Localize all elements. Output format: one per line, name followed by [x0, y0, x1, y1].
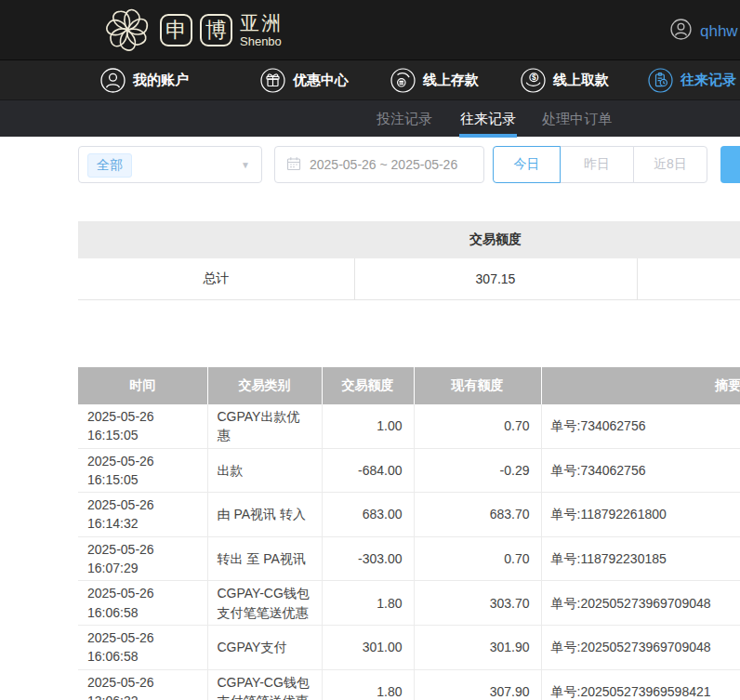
user-circle-icon [100, 68, 126, 93]
cell-type: CGPAY-CG钱包支付笔笔送优惠 [207, 669, 322, 700]
cell-balance: -0.29 [414, 448, 541, 493]
nav-item-transactions[interactable]: 往来记录 [648, 60, 736, 100]
cell-type: 转出 至 PA视讯 [207, 536, 322, 581]
cell-summary: 单号:202505273969709048 [541, 581, 740, 626]
cell-time: 2025-05-26 16:06:58 [78, 581, 207, 626]
col-header-summary: 摘要 [541, 367, 740, 404]
tab-transaction-records[interactable]: 往来记录 [460, 100, 516, 138]
cell-time: 2025-05-26 13:06:32 [78, 669, 207, 700]
table-row: 2025-05-26 16:15:05 出款 -684.00 -0.29 单号:… [78, 448, 740, 493]
cell-time: 2025-05-26 16:07:29 [78, 536, 207, 581]
cell-balance: 301.90 [414, 625, 541, 669]
cell-type: CGPAY-CG钱包支付笔笔送优惠 [207, 581, 322, 626]
transactions-table: 时间 交易类别 交易额度 现有额度 摘要 2025-05-26 16:15:05… [78, 367, 740, 700]
today-button[interactable]: 今日 [493, 146, 561, 183]
cell-summary: 单号:202505273969709048 [541, 625, 740, 669]
withdraw-icon: $ [521, 68, 546, 93]
calendar-icon [286, 156, 301, 174]
chevron-down-icon: ▼ [241, 161, 250, 170]
cell-type: CGPAY支付 [207, 625, 322, 669]
summary-header-amount: 交易额度 [354, 221, 637, 258]
cell-summary: 单号:202505273969598421 [541, 669, 740, 700]
table-row: 2025-05-26 16:15:05 CGPAY出款优惠 1.00 0.70 … [78, 404, 740, 448]
gift-icon [260, 68, 285, 93]
cell-summary: 单号:118792261800 [541, 493, 740, 537]
record-tabs: 投注记录 往来记录 处理中订单 [0, 99, 740, 137]
summary-total-value: 307.15 [354, 258, 637, 299]
table-header-row: 时间 交易类别 交易额度 现有额度 摘要 [78, 367, 740, 404]
col-header-time: 时间 [78, 367, 207, 404]
table-row: 2025-05-26 16:06:58 CGPAY支付 301.00 301.9… [78, 625, 740, 669]
cell-summary: 单号:118792230185 [541, 536, 740, 581]
summary-header-empty [637, 221, 740, 258]
col-header-amount: 交易额度 [322, 367, 414, 404]
last-8-days-button[interactable]: 近8日 [633, 146, 707, 183]
cell-time: 2025-05-26 16:14:32 [78, 493, 207, 537]
tab-pending-orders[interactable]: 处理中订单 [542, 100, 612, 138]
brand-logo[interactable]: 申 博 亚洲 Shenbo [102, 5, 283, 55]
svg-text:$: $ [532, 73, 536, 82]
nav-item-withdraw[interactable]: $ 线上取款 [521, 60, 609, 100]
cell-time: 2025-05-26 16:06:58 [78, 625, 207, 669]
flower-logo-icon [102, 5, 152, 55]
table-row: 2025-05-26 13:06:32 CGPAY-CG钱包支付笔笔送优惠 1.… [78, 669, 740, 700]
main-nav: 我的账户 优惠中心 线上存款 [0, 59, 740, 99]
date-range-input[interactable]: 2025-05-26 ~ 2025-05-26 [274, 146, 484, 183]
table-row: 2025-05-26 16:14:32 由 PA视讯 转入 683.00 683… [78, 493, 740, 537]
cell-amount: 1.00 [322, 404, 414, 448]
username-text[interactable]: qhhw [700, 22, 738, 41]
user-account[interactable]: qhhw [670, 19, 738, 44]
cell-summary: 单号:734062756 [541, 404, 740, 448]
logo-char-1: 申 [160, 14, 192, 46]
cell-amount: -684.00 [322, 448, 414, 493]
nav-label: 我的账户 [133, 72, 189, 89]
summary-empty-cell [637, 258, 740, 299]
selected-type-chip[interactable]: 全部 [87, 153, 132, 178]
cell-type: CGPAY出款优惠 [207, 404, 322, 448]
nav-label: 线上存款 [423, 72, 479, 89]
nav-item-deposit[interactable]: 线上存款 [390, 60, 479, 100]
logo-char-2: 博 [200, 14, 232, 46]
nav-item-my-account[interactable]: 我的账户 [100, 60, 189, 100]
cell-balance: 303.70 [414, 581, 541, 626]
logo-subtitle: Shenbo [240, 35, 283, 47]
summary-header-row: 交易额度 [78, 221, 740, 258]
type-select[interactable]: 全部 ▼ [78, 146, 262, 183]
col-header-type: 交易类别 [207, 367, 322, 404]
cell-balance: 0.70 [414, 404, 541, 448]
summary-total-label: 总计 [78, 258, 354, 299]
cell-summary: 单号:734062756 [541, 448, 740, 493]
nav-label: 优惠中心 [293, 72, 349, 89]
cell-amount: 683.00 [322, 493, 414, 537]
cell-time: 2025-05-26 16:15:05 [78, 404, 207, 448]
deposit-icon [390, 68, 416, 93]
yesterday-button[interactable]: 昨日 [560, 146, 634, 183]
summary-total-row: 总计 307.15 [78, 258, 740, 299]
cell-amount: 1.80 [322, 669, 414, 700]
table-row: 2025-05-26 16:06:58 CGPAY-CG钱包支付笔笔送优惠 1.… [78, 581, 740, 626]
cell-amount: 1.80 [322, 581, 414, 626]
cell-balance: 683.70 [414, 493, 541, 537]
date-range-value: 2025-05-26 ~ 2025-05-26 [310, 157, 457, 172]
cell-amount: -303.00 [322, 536, 414, 581]
logo-region-text: 亚洲 [240, 13, 283, 33]
table-row: 2025-05-26 16:07:29 转出 至 PA视讯 -303.00 0.… [78, 536, 740, 581]
cell-time: 2025-05-26 16:15:05 [78, 448, 207, 493]
search-button[interactable] [720, 146, 740, 183]
summary-header-empty [78, 221, 354, 258]
col-header-balance: 现有额度 [414, 367, 541, 404]
quick-date-buttons: 今日 昨日 近8日 [493, 146, 707, 183]
nav-label: 往来记录 [681, 72, 736, 89]
cell-amount: 301.00 [322, 625, 414, 669]
logo-region: 亚洲 Shenbo [240, 13, 283, 47]
cell-type: 出款 [207, 448, 322, 493]
summary-table: 交易额度 总计 307.15 [78, 221, 740, 300]
user-avatar-icon [670, 19, 692, 44]
cell-balance: 307.90 [414, 669, 541, 700]
tab-bet-records[interactable]: 投注记录 [377, 100, 432, 138]
records-icon [648, 68, 673, 93]
nav-label: 线上取款 [553, 72, 609, 89]
nav-item-promotions[interactable]: 优惠中心 [260, 60, 349, 100]
cell-balance: 0.70 [414, 536, 541, 581]
cell-type: 由 PA视讯 转入 [207, 493, 322, 537]
